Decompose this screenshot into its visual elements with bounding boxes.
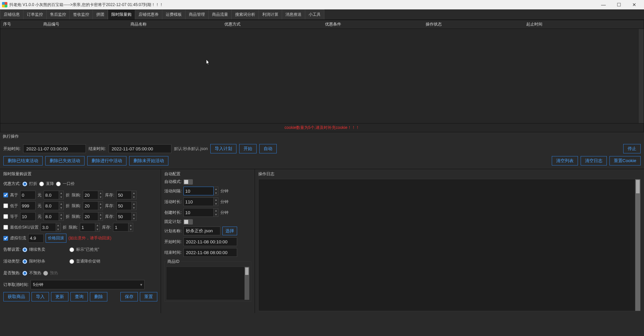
product-id-box[interactable] (166, 267, 250, 300)
gt-price[interactable] (20, 191, 36, 199)
tab-0[interactable]: 店铺信息 (0, 9, 23, 19)
lt-stock[interactable] (116, 201, 132, 210)
lt-limit[interactable] (83, 201, 98, 210)
create-input[interactable] (183, 208, 214, 217)
preheat-label: 是否预热: (3, 270, 20, 276)
fixed-plan-toggle[interactable] (183, 219, 193, 225)
auto-start-input[interactable] (183, 237, 237, 246)
eq-check[interactable] (3, 214, 8, 219)
gt-check[interactable] (3, 193, 8, 197)
plan-name-input[interactable] (183, 227, 220, 235)
duration-input[interactable] (183, 197, 214, 206)
auto-button[interactable]: 自动 (259, 144, 277, 153)
spinner-arrows[interactable]: ▲▼ (59, 191, 64, 199)
stop-button[interactable]: 停止 (623, 144, 641, 153)
minsku-discount[interactable] (41, 223, 56, 232)
tab-7[interactable]: 运费模板 (162, 9, 185, 19)
interval-input[interactable] (183, 187, 214, 195)
product-grid: 序号 商品编号 商品名称 优惠方式 优惠条件 操作状态 起止时间 cookie数… (0, 20, 644, 132)
gt-label: 高于 (10, 192, 18, 198)
grid-scrollbar[interactable] (638, 29, 644, 123)
eq-price[interactable] (20, 212, 36, 221)
col-condition: 优惠条件 (322, 21, 423, 27)
clear-log-button[interactable]: 清空日志 (581, 156, 607, 165)
tab-13[interactable]: 小工具 (305, 9, 324, 19)
reset-button[interactable]: 重置 (140, 292, 157, 301)
tab-3[interactable]: 签收监控 (69, 9, 93, 19)
start-button[interactable]: 开始 (239, 144, 257, 153)
radio-no-preheat[interactable]: 不预热 (22, 270, 41, 276)
duration-label: 活动时长: (164, 199, 181, 205)
radio-preheat[interactable]: 预热 (43, 270, 58, 276)
product-id-fieldset: 商品ID (164, 259, 251, 302)
fetch-products-button[interactable]: 获取商品 (3, 292, 30, 301)
import-plan-button[interactable]: 导入计划 (210, 144, 236, 153)
lt-check[interactable] (3, 203, 8, 208)
tab-10[interactable]: 搜索词分析 (231, 9, 259, 19)
choose-plan-button[interactable]: 选择 (222, 227, 237, 235)
delete-notstart-button[interactable]: 删除未开始活动 (129, 156, 168, 165)
tab-4[interactable]: 拼团 (93, 9, 108, 19)
pid-scrollbar[interactable] (245, 267, 249, 300)
save-button[interactable]: 保存 (120, 292, 138, 301)
virtual-check[interactable] (3, 236, 8, 241)
minsku-limit[interactable] (80, 223, 95, 232)
tab-2[interactable]: 售后监控 (46, 9, 70, 19)
import-button[interactable]: 导入 (32, 292, 49, 301)
lt-price[interactable] (20, 201, 36, 210)
lt-discount[interactable] (44, 201, 59, 210)
settings-title: 限时限量购设置 (3, 171, 157, 177)
tab-1[interactable]: 订单监控 (23, 9, 47, 19)
radio-continue-sell[interactable]: 继续售卖 (22, 247, 45, 252)
radio-normal-promo[interactable]: 普通降价促销 (69, 258, 100, 264)
delete-ended-button[interactable]: 删除已结束活动 (3, 156, 43, 165)
end-time-input[interactable] (109, 144, 171, 153)
delete-button[interactable]: 删除 (90, 292, 107, 301)
col-index: 序号 (0, 21, 41, 27)
log-scrollbar[interactable] (635, 179, 640, 311)
tab-6[interactable]: 店铺优惠券 (135, 9, 162, 19)
rollback-warning: (如出意外，请手动回滚) (68, 235, 111, 241)
main-tabs: 店铺信息订单监控售后监控签收监控拼团限时限量购店铺优惠券运费模板商品管理商品流量… (0, 9, 644, 20)
tab-9[interactable]: 商品流量 (208, 9, 232, 19)
gt-stock[interactable] (116, 191, 132, 199)
clear-list-button[interactable]: 清空列表 (552, 156, 578, 165)
auto-end-input[interactable] (183, 248, 237, 257)
minsku-stock[interactable] (113, 223, 128, 232)
query-button[interactable]: 查询 (70, 292, 88, 301)
eq-discount[interactable] (44, 212, 59, 221)
eq-stock[interactable] (116, 212, 132, 221)
price-rollback-button[interactable]: 价格回滚 (46, 234, 66, 243)
radio-discount-direct[interactable]: 直降 (39, 181, 54, 187)
start-time-input[interactable] (23, 144, 86, 153)
gt-limit[interactable] (83, 191, 98, 199)
tab-8[interactable]: 商品管理 (185, 9, 209, 19)
log-box[interactable] (258, 179, 641, 311)
gt-discount[interactable] (44, 191, 59, 199)
virtual-value[interactable] (28, 234, 44, 243)
close-button[interactable]: ✕ (627, 0, 642, 9)
reset-cookie-button[interactable]: 重置Cookie (609, 156, 641, 165)
row-virtual: 虚拟引流 价格回滚 (如出意外，请手动回滚) (3, 234, 157, 243)
radio-discount-fixed[interactable]: 一口价 (56, 181, 75, 187)
tab-12[interactable]: 消息推送 (282, 9, 305, 19)
tab-11[interactable]: 利润计算 (259, 9, 282, 19)
eq-limit[interactable] (83, 212, 98, 221)
radio-flash-sale[interactable]: 限时秒杀 (22, 258, 45, 264)
log-panel: 操作日志 (255, 169, 644, 313)
cancel-time-select[interactable]: 5分钟 (31, 280, 145, 289)
radio-soldout-flag[interactable]: 标示"已抢光" (69, 247, 99, 252)
maximize-button[interactable]: ☐ (611, 0, 627, 9)
minimize-button[interactable]: — (596, 0, 611, 9)
create-label: 创建时长: (164, 210, 181, 215)
tab-5[interactable]: 限时限量购 (108, 9, 135, 19)
radio-discount-percent[interactable]: 打折 (22, 181, 37, 187)
delete-running-button[interactable]: 删除进行中活动 (87, 156, 126, 165)
grid-body[interactable] (0, 29, 644, 123)
update-button[interactable]: 更新 (51, 292, 68, 301)
minsku-check[interactable] (3, 225, 8, 230)
auto-mode-toggle[interactable] (183, 179, 193, 185)
row-minsku: 最低价SKU设置 ▲▼ 折 限购: ▲▼ 库存: ▲▼ (3, 223, 157, 232)
end-time-label: 结束时间: (89, 146, 106, 152)
delete-invalid-button[interactable]: 删除已失效活动 (45, 156, 85, 165)
